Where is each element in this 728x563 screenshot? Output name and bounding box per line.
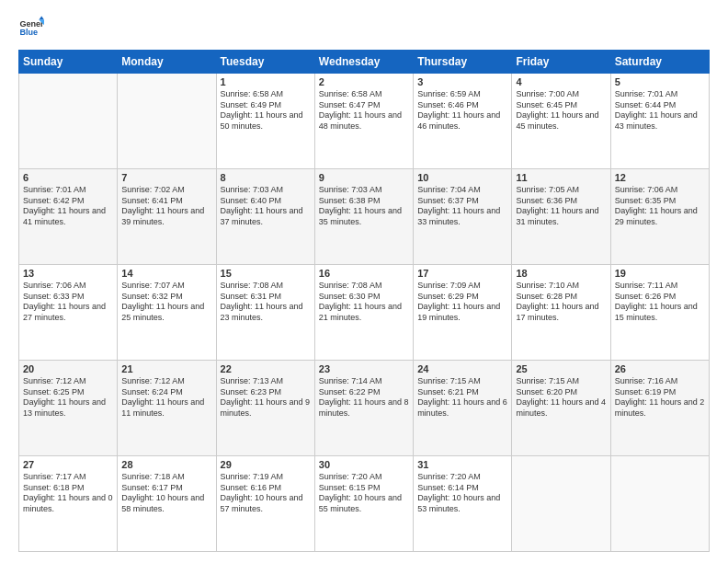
day-number: 11 <box>516 172 606 183</box>
day-number: 9 <box>319 172 409 183</box>
calendar-cell: 29Sunrise: 7:19 AM Sunset: 6:16 PM Dayli… <box>216 456 314 552</box>
calendar-cell: 20Sunrise: 7:12 AM Sunset: 6:25 PM Dayli… <box>19 361 118 456</box>
cell-content: Sunrise: 7:18 AM Sunset: 6:17 PM Dayligh… <box>121 472 211 515</box>
day-header-tuesday: Tuesday <box>216 51 314 74</box>
cell-content: Sunrise: 7:08 AM Sunset: 6:31 PM Dayligh… <box>221 281 311 324</box>
day-number: 1 <box>221 76 311 87</box>
day-header-saturday: Saturday <box>610 51 709 74</box>
day-number: 31 <box>417 459 507 470</box>
cell-content: Sunrise: 7:19 AM Sunset: 6:16 PM Dayligh… <box>221 472 311 515</box>
cell-content: Sunrise: 6:59 AM Sunset: 6:46 PM Dayligh… <box>417 89 507 132</box>
cell-content: Sunrise: 7:13 AM Sunset: 6:23 PM Dayligh… <box>221 376 311 419</box>
cell-content: Sunrise: 7:06 AM Sunset: 6:33 PM Dayligh… <box>23 281 113 324</box>
day-number: 10 <box>417 172 507 183</box>
calendar-table: SundayMondayTuesdayWednesdayThursdayFrid… <box>18 50 710 552</box>
calendar-header-row: SundayMondayTuesdayWednesdayThursdayFrid… <box>19 51 710 74</box>
week-row-5: 27Sunrise: 7:17 AM Sunset: 6:18 PM Dayli… <box>19 456 710 552</box>
calendar-cell <box>19 74 118 169</box>
day-number: 13 <box>23 268 113 279</box>
logo: General Blue <box>18 15 44 40</box>
day-header-wednesday: Wednesday <box>314 51 413 74</box>
day-number: 19 <box>615 268 705 279</box>
cell-content: Sunrise: 7:01 AM Sunset: 6:42 PM Dayligh… <box>23 185 113 228</box>
calendar-cell: 21Sunrise: 7:12 AM Sunset: 6:24 PM Dayli… <box>118 361 216 456</box>
day-number: 27 <box>23 459 113 470</box>
cell-content: Sunrise: 7:12 AM Sunset: 6:24 PM Dayligh… <box>121 376 211 419</box>
day-number: 21 <box>121 363 211 374</box>
calendar-cell: 9Sunrise: 7:03 AM Sunset: 6:38 PM Daylig… <box>314 169 413 265</box>
cell-content: Sunrise: 7:06 AM Sunset: 6:35 PM Dayligh… <box>615 185 705 228</box>
day-number: 12 <box>615 172 705 183</box>
cell-content: Sunrise: 7:12 AM Sunset: 6:25 PM Dayligh… <box>23 376 113 419</box>
calendar-cell: 1Sunrise: 6:58 AM Sunset: 6:49 PM Daylig… <box>216 74 314 169</box>
day-number: 14 <box>121 268 211 279</box>
day-number: 18 <box>516 268 606 279</box>
day-number: 24 <box>417 363 507 374</box>
logo-icon: General Blue <box>18 15 44 40</box>
calendar-cell: 2Sunrise: 6:58 AM Sunset: 6:47 PM Daylig… <box>314 74 413 169</box>
calendar-cell <box>610 456 709 552</box>
calendar-cell: 11Sunrise: 7:05 AM Sunset: 6:36 PM Dayli… <box>512 169 610 265</box>
cell-content: Sunrise: 7:10 AM Sunset: 6:28 PM Dayligh… <box>516 281 606 324</box>
cell-content: Sunrise: 7:11 AM Sunset: 6:26 PM Dayligh… <box>615 281 705 324</box>
calendar-cell: 25Sunrise: 7:15 AM Sunset: 6:20 PM Dayli… <box>512 361 610 456</box>
calendar-cell: 19Sunrise: 7:11 AM Sunset: 6:26 PM Dayli… <box>610 265 709 361</box>
cell-content: Sunrise: 7:04 AM Sunset: 6:37 PM Dayligh… <box>417 185 507 228</box>
day-number: 5 <box>615 76 705 87</box>
day-number: 16 <box>319 268 409 279</box>
calendar-cell <box>118 74 216 169</box>
cell-content: Sunrise: 7:05 AM Sunset: 6:36 PM Dayligh… <box>516 185 606 228</box>
day-header-friday: Friday <box>512 51 610 74</box>
calendar-cell: 22Sunrise: 7:13 AM Sunset: 6:23 PM Dayli… <box>216 361 314 456</box>
calendar-cell: 6Sunrise: 7:01 AM Sunset: 6:42 PM Daylig… <box>19 169 118 265</box>
day-number: 26 <box>615 363 705 374</box>
calendar-cell: 26Sunrise: 7:16 AM Sunset: 6:19 PM Dayli… <box>610 361 709 456</box>
calendar-cell: 27Sunrise: 7:17 AM Sunset: 6:18 PM Dayli… <box>19 456 118 552</box>
cell-content: Sunrise: 7:01 AM Sunset: 6:44 PM Dayligh… <box>615 89 705 132</box>
day-header-sunday: Sunday <box>19 51 118 74</box>
day-number: 22 <box>221 363 311 374</box>
day-number: 17 <box>417 268 507 279</box>
calendar-cell: 4Sunrise: 7:00 AM Sunset: 6:45 PM Daylig… <box>512 74 610 169</box>
page-header: General Blue <box>18 15 710 40</box>
week-row-1: 1Sunrise: 6:58 AM Sunset: 6:49 PM Daylig… <box>19 74 710 169</box>
cell-content: Sunrise: 7:20 AM Sunset: 6:15 PM Dayligh… <box>319 472 409 515</box>
svg-marker-2 <box>39 16 44 19</box>
day-header-thursday: Thursday <box>414 51 512 74</box>
calendar-cell: 15Sunrise: 7:08 AM Sunset: 6:31 PM Dayli… <box>216 265 314 361</box>
day-number: 15 <box>221 268 311 279</box>
cell-content: Sunrise: 7:16 AM Sunset: 6:19 PM Dayligh… <box>615 376 705 419</box>
calendar-cell: 7Sunrise: 7:02 AM Sunset: 6:41 PM Daylig… <box>118 169 216 265</box>
calendar-cell: 16Sunrise: 7:08 AM Sunset: 6:30 PM Dayli… <box>314 265 413 361</box>
day-number: 8 <box>221 172 311 183</box>
calendar-cell: 3Sunrise: 6:59 AM Sunset: 6:46 PM Daylig… <box>414 74 512 169</box>
calendar-cell: 13Sunrise: 7:06 AM Sunset: 6:33 PM Dayli… <box>19 265 118 361</box>
calendar-cell <box>512 456 610 552</box>
day-header-monday: Monday <box>118 51 216 74</box>
week-row-3: 13Sunrise: 7:06 AM Sunset: 6:33 PM Dayli… <box>19 265 710 361</box>
calendar-cell: 14Sunrise: 7:07 AM Sunset: 6:32 PM Dayli… <box>118 265 216 361</box>
day-number: 23 <box>319 363 409 374</box>
cell-content: Sunrise: 7:14 AM Sunset: 6:22 PM Dayligh… <box>319 376 409 419</box>
calendar-cell: 18Sunrise: 7:10 AM Sunset: 6:28 PM Dayli… <box>512 265 610 361</box>
day-number: 7 <box>121 172 211 183</box>
calendar-cell: 24Sunrise: 7:15 AM Sunset: 6:21 PM Dayli… <box>414 361 512 456</box>
week-row-2: 6Sunrise: 7:01 AM Sunset: 6:42 PM Daylig… <box>19 169 710 265</box>
calendar-cell: 12Sunrise: 7:06 AM Sunset: 6:35 PM Dayli… <box>610 169 709 265</box>
cell-content: Sunrise: 7:03 AM Sunset: 6:38 PM Dayligh… <box>319 185 409 228</box>
cell-content: Sunrise: 6:58 AM Sunset: 6:47 PM Dayligh… <box>319 89 409 132</box>
day-number: 4 <box>516 76 606 87</box>
cell-content: Sunrise: 7:17 AM Sunset: 6:18 PM Dayligh… <box>23 472 113 515</box>
cell-content: Sunrise: 7:02 AM Sunset: 6:41 PM Dayligh… <box>121 185 211 228</box>
day-number: 3 <box>417 76 507 87</box>
day-number: 28 <box>121 459 211 470</box>
svg-text:Blue: Blue <box>19 28 38 37</box>
day-number: 29 <box>221 459 311 470</box>
calendar-cell: 10Sunrise: 7:04 AM Sunset: 6:37 PM Dayli… <box>414 169 512 265</box>
day-number: 30 <box>319 459 409 470</box>
calendar-cell: 17Sunrise: 7:09 AM Sunset: 6:29 PM Dayli… <box>414 265 512 361</box>
calendar-cell: 23Sunrise: 7:14 AM Sunset: 6:22 PM Dayli… <box>314 361 413 456</box>
day-number: 20 <box>23 363 113 374</box>
week-row-4: 20Sunrise: 7:12 AM Sunset: 6:25 PM Dayli… <box>19 361 710 456</box>
day-number: 6 <box>23 172 113 183</box>
